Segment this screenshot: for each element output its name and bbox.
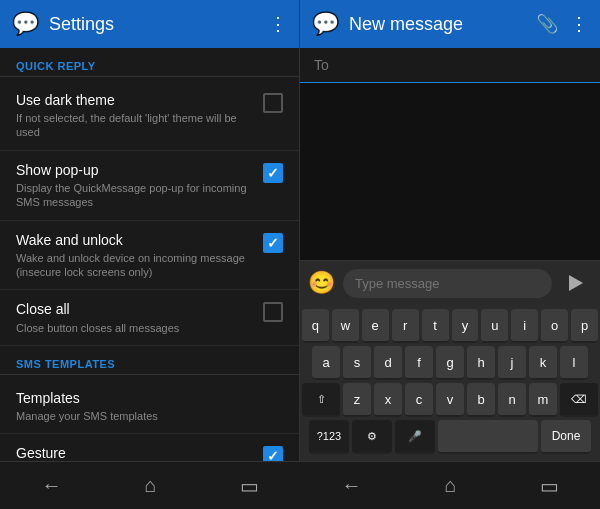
key-j[interactable]: j: [498, 346, 526, 380]
settings-menu-icon[interactable]: ⋮: [269, 13, 287, 35]
key-b[interactable]: b: [467, 383, 495, 417]
key-h[interactable]: h: [467, 346, 495, 380]
dark-theme-checkbox[interactable]: [263, 93, 283, 113]
right-bottom-nav: ← ⌂ ▭: [300, 461, 600, 509]
gesture-title: Gesture: [16, 444, 253, 462]
key-m[interactable]: m: [529, 383, 557, 417]
message-panel: 💬 New message 📎 ⋮ 😊 q w e r t y u i o p: [300, 0, 600, 509]
section-sms-templates: SMS TEMPLATES: [0, 346, 299, 375]
attach-icon[interactable]: 📎: [536, 13, 558, 35]
emoji-button[interactable]: 😊: [308, 270, 335, 296]
key-x[interactable]: x: [374, 383, 402, 417]
key-f[interactable]: f: [405, 346, 433, 380]
key-r[interactable]: r: [392, 309, 419, 343]
show-popup-checkbox[interactable]: [263, 163, 283, 183]
key-t[interactable]: t: [422, 309, 449, 343]
back-button-right[interactable]: ←: [333, 466, 369, 505]
key-d[interactable]: d: [374, 346, 402, 380]
shift-key[interactable]: ⇧: [302, 383, 340, 417]
key-n[interactable]: n: [498, 383, 526, 417]
recent-button-left[interactable]: ▭: [232, 466, 267, 506]
key-l[interactable]: l: [560, 346, 588, 380]
left-bottom-nav: ← ⌂ ▭: [0, 461, 300, 509]
to-input[interactable]: [314, 57, 586, 73]
key-u[interactable]: u: [481, 309, 508, 343]
key-q[interactable]: q: [302, 309, 329, 343]
show-popup-desc: Display the QuickMessage pop-up for inco…: [16, 181, 253, 210]
settings-header: 💬 Settings ⋮: [0, 0, 299, 48]
send-arrow-icon: [569, 275, 583, 291]
to-field[interactable]: [300, 48, 600, 83]
key-a[interactable]: a: [312, 346, 340, 380]
done-key[interactable]: Done: [541, 420, 591, 454]
key-g[interactable]: g: [436, 346, 464, 380]
dark-theme-desc: If not selected, the default 'light' the…: [16, 111, 253, 140]
keyboard: q w e r t y u i o p a s d f g h j k l ⇧ …: [300, 305, 600, 461]
space-key[interactable]: [438, 420, 538, 454]
home-button-left[interactable]: ⌂: [136, 466, 164, 505]
message-header: 💬 New message 📎 ⋮: [300, 0, 600, 48]
key-w[interactable]: w: [332, 309, 359, 343]
section-quick-reply: QUICK REPLY: [0, 48, 299, 77]
numbers-key[interactable]: ?123: [309, 420, 349, 454]
keyboard-row-3: ⇧ z x c v b n m ⌫: [302, 383, 598, 417]
mic-key[interactable]: 🎤: [395, 420, 435, 454]
key-e[interactable]: e: [362, 309, 389, 343]
compose-bar: 😊: [300, 260, 600, 305]
dark-theme-title: Use dark theme: [16, 91, 253, 109]
key-y[interactable]: y: [452, 309, 479, 343]
message-app-icon: 💬: [312, 11, 339, 37]
key-z[interactable]: z: [343, 383, 371, 417]
backspace-key[interactable]: ⌫: [560, 383, 598, 417]
setting-wake-unlock[interactable]: Wake and unlock Wake and unlock device o…: [0, 221, 299, 291]
send-button[interactable]: [560, 267, 592, 299]
setting-show-popup[interactable]: Show pop-up Display the QuickMessage pop…: [0, 151, 299, 221]
show-popup-title: Show pop-up: [16, 161, 253, 179]
settings-title: Settings: [49, 14, 259, 35]
key-s[interactable]: s: [343, 346, 371, 380]
wake-unlock-desc: Wake and unlock device on incoming messa…: [16, 251, 253, 280]
back-button-left[interactable]: ←: [33, 466, 69, 505]
key-i[interactable]: i: [511, 309, 538, 343]
settings-key[interactable]: ⚙: [352, 420, 392, 454]
key-c[interactable]: c: [405, 383, 433, 417]
message-menu-icon[interactable]: ⋮: [570, 13, 588, 35]
setting-dark-theme[interactable]: Use dark theme If not selected, the defa…: [0, 81, 299, 151]
key-k[interactable]: k: [529, 346, 557, 380]
key-o[interactable]: o: [541, 309, 568, 343]
key-v[interactable]: v: [436, 383, 464, 417]
templates-title: Templates: [16, 389, 273, 407]
keyboard-row-4: ?123 ⚙ 🎤 Done: [302, 420, 598, 454]
templates-desc: Manage your SMS templates: [16, 409, 273, 423]
setting-templates[interactable]: Templates Manage your SMS templates: [0, 379, 299, 434]
keyboard-row-1: q w e r t y u i o p: [302, 309, 598, 343]
settings-app-icon: 💬: [12, 11, 39, 37]
message-body[interactable]: [300, 83, 600, 260]
message-input[interactable]: [343, 269, 552, 298]
close-all-desc: Close button closes all messages: [16, 321, 253, 335]
wake-unlock-title: Wake and unlock: [16, 231, 253, 249]
close-all-checkbox[interactable]: [263, 302, 283, 322]
message-header-icons: 📎 ⋮: [536, 13, 588, 35]
recent-button-right[interactable]: ▭: [532, 466, 567, 506]
setting-close-all[interactable]: Close all Close button closes all messag…: [0, 290, 299, 345]
close-all-title: Close all: [16, 300, 253, 318]
wake-unlock-checkbox[interactable]: [263, 233, 283, 253]
settings-panel: 💬 Settings ⋮ QUICK REPLY Use dark theme …: [0, 0, 300, 509]
keyboard-row-2: a s d f g h j k l: [302, 346, 598, 380]
message-title: New message: [349, 14, 526, 35]
key-p[interactable]: p: [571, 309, 598, 343]
home-button-right[interactable]: ⌂: [436, 466, 464, 505]
settings-content: QUICK REPLY Use dark theme If not select…: [0, 48, 299, 509]
